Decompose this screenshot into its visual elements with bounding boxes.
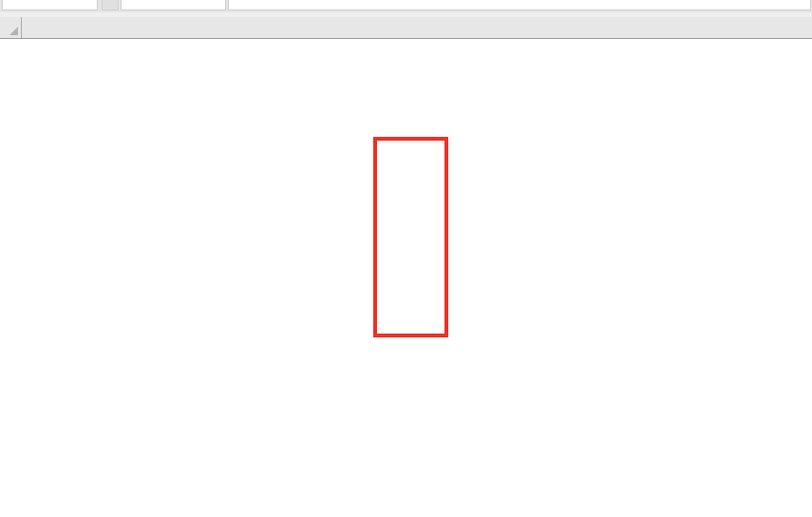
formula-input[interactable] <box>228 0 811 10</box>
name-box-dropdown-button[interactable] <box>102 0 119 10</box>
select-all-triangle-icon <box>9 27 18 35</box>
spreadsheet-window <box>0 0 812 517</box>
annotation-red-box <box>373 137 448 337</box>
formula-bar-strip <box>0 0 812 12</box>
name-box[interactable] <box>2 0 98 10</box>
select-all-corner[interactable] <box>0 17 22 38</box>
column-headers <box>0 17 812 39</box>
formula-buttons <box>121 0 226 10</box>
